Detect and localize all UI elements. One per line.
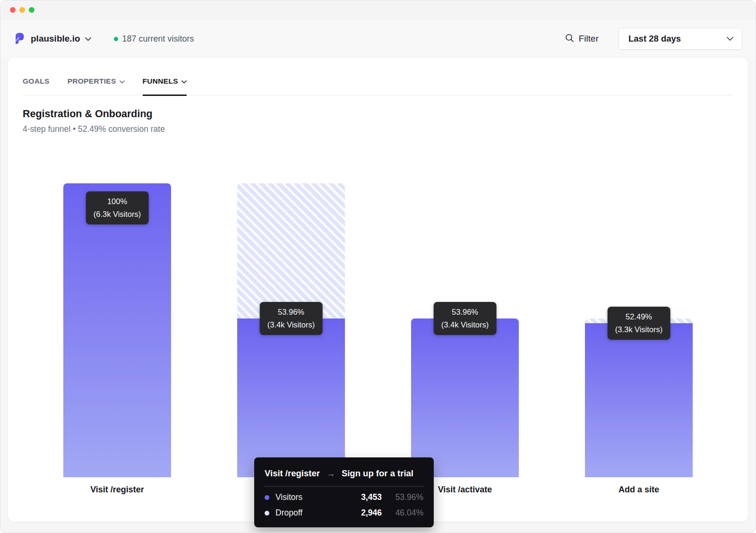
tooltip-from-step: Visit /register	[265, 468, 320, 479]
minimize-button[interactable]	[19, 7, 25, 13]
bar-pct: 53.96%	[267, 306, 315, 318]
live-dot-icon	[114, 37, 118, 41]
funnel-bar[interactable]	[585, 323, 693, 477]
bar-pct: 53.96%	[441, 306, 489, 318]
plausible-logo-icon	[13, 32, 26, 46]
tooltip-to-step: Sign up for a trial	[342, 468, 413, 479]
bar-pct: 100%	[94, 195, 141, 208]
filter-label: Filter	[579, 34, 599, 44]
funnel-chart: 100%(6.3k Visitors)53.96%(3.4k Visitors)…	[23, 183, 733, 495]
search-icon	[565, 34, 574, 44]
app-window: plausible.io 187 current visitors Filter…	[0, 0, 756, 533]
top-navbar: plausible.io 187 current visitors Filter…	[0, 19, 756, 58]
tooltip-dropoff-row: Dropoff 2,946 46.04%	[265, 508, 423, 518]
bar-visitors: (3.3k Visitors)	[615, 323, 663, 336]
bar-visitors: (3.4k Visitors)	[267, 318, 315, 331]
window-titlebar	[0, 0, 756, 19]
funnel-step-column[interactable]: 100%(6.3k Visitors)	[63, 183, 171, 477]
site-switcher[interactable]: plausible.io	[13, 32, 91, 46]
chevron-down-icon	[727, 34, 733, 43]
step-label: Add a site	[585, 485, 693, 495]
tab-funnels[interactable]: FUNNELS	[143, 77, 187, 95]
funnel-step-column[interactable]: 53.96%(3.4k Visitors)	[411, 183, 519, 477]
zoom-button[interactable]	[29, 7, 34, 13]
bar-visitors: (6.3k Visitors)	[94, 208, 141, 221]
tooltip-row-pct: 53.96%	[382, 492, 423, 502]
tab-label: GOALS	[23, 77, 50, 86]
bar-pct: 52.49%	[615, 310, 663, 323]
filter-button[interactable]: Filter	[565, 34, 599, 44]
bar-value-label: 53.96%(3.4k Visitors)	[434, 302, 497, 335]
tooltip-visitors-row: Visitors 3,453 53.96%	[265, 492, 423, 502]
dropoff-hatch-segment	[237, 183, 345, 318]
traffic-lights	[10, 7, 34, 13]
date-range-select[interactable]: Last 28 days	[619, 28, 742, 50]
funnel-tooltip: Visit /register → Sign up for a trial Vi…	[254, 457, 434, 527]
site-name: plausible.io	[31, 34, 80, 44]
funnel-bar-stack	[63, 183, 171, 477]
tooltip-row-label: Visitors	[275, 492, 346, 502]
tab-properties[interactable]: PROPERTIES	[68, 77, 125, 95]
funnel-panel: GOALSPROPERTIESFUNNELS Registration & On…	[8, 58, 748, 522]
tab-label: FUNNELS	[143, 77, 178, 86]
tooltip-row-value: 3,453	[346, 492, 382, 502]
chevron-down-icon	[85, 34, 91, 43]
funnel-bar[interactable]	[237, 318, 345, 477]
chevron-down-icon	[181, 77, 187, 86]
funnel-bar-stack	[585, 318, 693, 477]
funnel-title: Registration & Onboarding	[23, 108, 733, 120]
tab-bar: GOALSPROPERTIESFUNNELS	[23, 58, 733, 95]
bar-value-label: 53.96%(3.4k Visitors)	[260, 302, 323, 335]
funnel-bar[interactable]	[411, 318, 519, 477]
funnel-bar[interactable]	[63, 183, 171, 477]
funnel-subtitle: 4-step funnel • 52.49% conversion rate	[23, 124, 733, 134]
arrow-right-icon: →	[326, 469, 335, 479]
tab-label: PROPERTIES	[68, 77, 116, 86]
tooltip-divider	[265, 486, 423, 487]
current-visitors[interactable]: 187 current visitors	[114, 34, 194, 44]
tooltip-row-pct: 46.04%	[382, 508, 423, 518]
bar-value-label: 52.49%(3.3k Visitors)	[608, 307, 670, 340]
bar-value-label: 100%(6.3k Visitors)	[86, 191, 149, 224]
tooltip-row-value: 2,946	[346, 508, 382, 518]
dropoff-dot-icon	[265, 511, 269, 516]
current-visitors-label: 187 current visitors	[122, 34, 194, 44]
funnel-step-column[interactable]: 53.96%(3.4k Visitors)	[237, 183, 345, 477]
close-button[interactable]	[10, 7, 16, 13]
visitors-dot-icon	[265, 495, 269, 500]
tooltip-row-label: Dropoff	[275, 508, 346, 518]
funnel-bar-stack	[411, 318, 519, 477]
tab-goals[interactable]: GOALS	[23, 77, 50, 95]
date-range-value: Last 28 days	[628, 34, 681, 44]
step-label: Visit /register	[63, 485, 171, 495]
bar-visitors: (3.4k Visitors)	[441, 318, 489, 331]
funnel-step-column[interactable]: 52.49%(3.3k Visitors)	[585, 183, 693, 477]
chevron-down-icon	[120, 77, 125, 86]
